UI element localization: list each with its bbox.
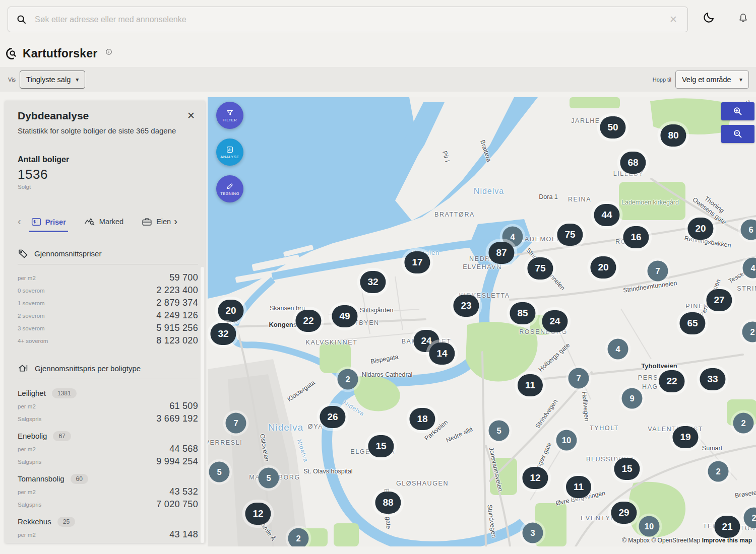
tab-priser[interactable]: Priser [29, 218, 68, 232]
type-count-badge: 67 [53, 431, 71, 441]
map-marker[interactable]: 24 [542, 310, 568, 332]
map-marker[interactable]: 26 [320, 406, 345, 428]
map-marker[interactable]: 12 [245, 503, 271, 525]
area-dropdown-value: Velg et område [682, 76, 731, 84]
search-icon [16, 14, 27, 25]
map-marker[interactable]: 5 [209, 462, 230, 482]
page-title: Kartutforsker [23, 47, 97, 60]
map-marker[interactable]: 2 [733, 413, 754, 434]
map-marker[interactable]: 4 [608, 339, 628, 360]
stat-row: Salgspris7 020 750 [18, 498, 198, 511]
map-marker[interactable]: 68 [620, 152, 646, 174]
map-marker[interactable]: 19 [672, 426, 698, 448]
type-count-badge: 60 [71, 474, 88, 484]
map-marker[interactable]: 11 [518, 374, 543, 396]
map-marker[interactable]: 7 [648, 261, 668, 282]
type-name: Rekkehus [18, 517, 51, 526]
map-marker[interactable]: 32 [210, 323, 236, 345]
map-marker[interactable]: 80 [660, 124, 686, 147]
map-marker[interactable]: 5 [259, 468, 279, 489]
map-marker[interactable]: 5 [489, 421, 510, 441]
map-marker[interactable]: 23 [453, 295, 479, 317]
stat-value: 4 249 126 [156, 310, 198, 321]
map-marker[interactable]: 87 [488, 242, 514, 264]
map-marker[interactable]: 7 [226, 413, 246, 434]
map-marker[interactable]: 21 [714, 516, 740, 538]
map-marker[interactable]: 7 [569, 368, 589, 389]
stat-row: 0 soverom2 223 400 [18, 284, 198, 297]
tabs-chevron-left-icon[interactable]: ‹ [18, 216, 22, 232]
improve-map-link[interactable]: Improve this map [702, 537, 752, 544]
analyse-button[interactable]: ANALYSE [216, 138, 243, 166]
map-marker[interactable]: 15 [368, 435, 394, 457]
mapbox-attribution-link[interactable]: © Mapbox [622, 537, 650, 544]
panel-subtitle: Statistikk for solgte boliger de siste 3… [18, 126, 198, 135]
zoom-in-button[interactable] [721, 102, 754, 120]
tab-marked[interactable]: Marked [82, 217, 125, 232]
map-marker[interactable]: 20 [218, 300, 243, 322]
map-marker[interactable]: 10 [639, 516, 660, 537]
stat-value: 3 669 192 [156, 413, 198, 424]
map-marker[interactable]: 22 [659, 370, 684, 392]
map-base [208, 97, 756, 546]
map-marker[interactable]: 44 [594, 204, 619, 226]
tab-marked-label: Marked [99, 218, 123, 226]
map-marker[interactable]: 20 [687, 218, 713, 240]
osm-attribution-link[interactable]: © OpenStreetMap [651, 537, 700, 544]
tabs-chevron-right-icon[interactable]: › [173, 216, 177, 232]
tegning-button[interactable]: TEGNING [216, 175, 243, 202]
map-marker[interactable]: 75 [527, 257, 553, 280]
type-group-header: Enebolig67 [18, 429, 198, 443]
info-icon[interactable] [105, 48, 112, 55]
antall-boliger-block: Antall boliger 1536 Solgt [18, 155, 198, 190]
filter-button[interactable]: FILTER [216, 102, 243, 129]
stat-row: per m259 700 [18, 271, 198, 284]
map-marker[interactable]: 32 [360, 271, 386, 293]
map-marker[interactable]: 3 [523, 523, 543, 543]
map-canvas[interactable]: JARLHELILLEBYREINADora 1Lademoen kirkegå… [208, 97, 756, 546]
map-marker[interactable]: 2 [288, 528, 309, 547]
stat-value: 7 020 750 [156, 499, 198, 510]
notifications-bell-icon[interactable] [737, 12, 749, 23]
stat-value: 61 509 [169, 401, 198, 411]
map-marker[interactable]: 22 [295, 310, 321, 332]
map-marker[interactable]: 27 [706, 289, 732, 311]
map-marker[interactable]: 49 [332, 305, 357, 327]
map-marker[interactable]: 29 [611, 502, 637, 524]
stat-row: per m243 532 [18, 486, 198, 498]
search-input[interactable] [34, 15, 667, 25]
map-marker[interactable]: 9 [622, 388, 643, 409]
map-marker[interactable]: 75 [557, 224, 583, 246]
map-marker[interactable]: 18 [409, 408, 435, 430]
map-marker[interactable]: 2 [338, 369, 358, 390]
type-group-header: Leilighet1381 [18, 386, 198, 400]
map-marker[interactable]: 11 [566, 476, 591, 498]
main-area: JARLHELILLEBYREINADora 1Lademoen kirkegå… [0, 97, 756, 546]
map-marker[interactable]: 10 [556, 430, 577, 451]
map-marker[interactable]: 17 [404, 251, 430, 273]
vis-dropdown[interactable]: Tinglyste salg ▾ [20, 71, 85, 89]
dark-mode-moon-icon[interactable] [703, 11, 715, 24]
map-marker[interactable]: 14 [429, 342, 455, 365]
map-marker[interactable]: 20 [590, 256, 616, 279]
type-count-badge: 1381 [52, 388, 77, 398]
map-marker[interactable]: 2 [708, 461, 729, 482]
tab-eiendom[interactable]: Eien [140, 217, 173, 232]
map-marker[interactable]: 65 [679, 312, 705, 334]
map-marker[interactable]: 33 [700, 368, 725, 390]
panel-scrollbar[interactable] [201, 267, 204, 543]
analyse-button-label: ANALYSE [220, 155, 239, 159]
map-marker[interactable]: 85 [510, 302, 535, 324]
map-marker[interactable]: 15 [614, 458, 640, 480]
antall-boliger-value: 1536 [18, 167, 198, 182]
stat-row: Salgspris3 669 192 [18, 412, 198, 425]
zoom-out-button[interactable] [721, 125, 754, 143]
map-marker[interactable]: 12 [522, 467, 548, 489]
map-marker[interactable]: 50 [600, 116, 625, 138]
area-dropdown[interactable]: Velg et område ▾ [675, 71, 749, 89]
search-clear-icon[interactable]: ✕ [667, 13, 679, 26]
map-marker[interactable]: 88 [375, 492, 401, 514]
search-bar[interactable]: ✕ [8, 7, 688, 32]
close-icon[interactable]: ✕ [184, 110, 198, 121]
map-marker[interactable]: 16 [623, 226, 649, 248]
